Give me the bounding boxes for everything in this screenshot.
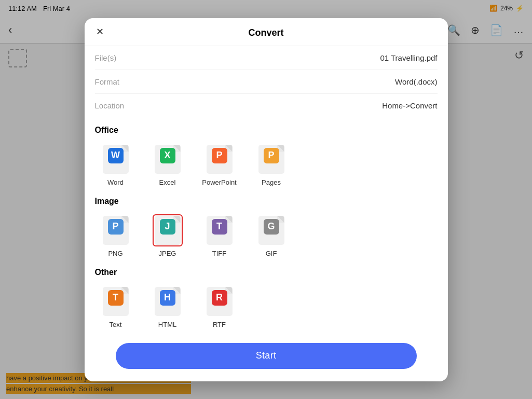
modal-overlay: ✕ Convert File(s) 01 Travelling.pdf Form… bbox=[0, 0, 532, 399]
pages-icon-wrapper: P bbox=[256, 143, 287, 175]
location-row: Location Home->Convert bbox=[95, 94, 438, 117]
info-section: File(s) 01 Travelling.pdf Format Word(.d… bbox=[85, 46, 448, 117]
png-file-icon: P bbox=[103, 216, 129, 245]
html-icon-wrapper: H bbox=[153, 285, 183, 318]
format-row: Format Word(.docx) bbox=[95, 70, 438, 94]
pages-label: Pages bbox=[262, 178, 281, 186]
text-file-icon: T bbox=[103, 287, 129, 316]
format-label: Format bbox=[95, 77, 120, 86]
format-item-tiff[interactable]: T TIFF bbox=[199, 214, 240, 257]
html-badge: H bbox=[160, 290, 175, 306]
format-item-png[interactable]: P PNG bbox=[95, 214, 137, 257]
png-badge: P bbox=[108, 219, 124, 235]
files-row: File(s) 01 Travelling.pdf bbox=[95, 46, 438, 70]
image-section-title: Image bbox=[95, 197, 438, 206]
format-item-powerpoint[interactable]: P PowerPoint bbox=[199, 143, 240, 186]
dialog-header: ✕ Convert bbox=[85, 18, 448, 46]
format-item-gif[interactable]: G GIF bbox=[251, 214, 292, 257]
files-label: File(s) bbox=[95, 53, 117, 62]
jpeg-badge: J bbox=[160, 219, 175, 235]
location-label: Location bbox=[95, 101, 125, 110]
html-file-icon: H bbox=[155, 287, 181, 316]
start-button[interactable]: Start bbox=[116, 343, 417, 369]
word-label: Word bbox=[107, 178, 124, 186]
rtf-file-icon: R bbox=[207, 287, 233, 316]
close-button[interactable]: ✕ bbox=[93, 24, 107, 39]
other-grid: T Text H HTML bbox=[95, 285, 438, 328]
gif-file-icon: G bbox=[258, 216, 284, 245]
format-item-text[interactable]: T Text bbox=[95, 285, 137, 328]
powerpoint-icon-wrapper: P bbox=[204, 143, 235, 175]
rtf-badge: R bbox=[212, 290, 227, 306]
format-item-excel[interactable]: X Excel bbox=[147, 143, 188, 186]
dialog-footer: Start bbox=[85, 335, 448, 381]
office-grid: W Word X Excel bbox=[95, 143, 438, 186]
excel-file-icon: X bbox=[155, 145, 181, 174]
rtf-label: RTF bbox=[213, 321, 226, 328]
text-badge: T bbox=[108, 290, 124, 306]
convert-dialog: ✕ Convert File(s) 01 Travelling.pdf Form… bbox=[85, 18, 448, 381]
image-section: Image P PNG J bbox=[95, 197, 438, 257]
tiff-icon-wrapper: T bbox=[204, 214, 235, 246]
html-label: HTML bbox=[158, 321, 176, 328]
gif-icon-wrapper: G bbox=[256, 214, 287, 246]
location-value: Home->Convert bbox=[382, 101, 437, 110]
format-value: Word(.docx) bbox=[395, 77, 437, 86]
format-item-pages[interactable]: P Pages bbox=[251, 143, 292, 186]
files-value: 01 Travelling.pdf bbox=[380, 53, 437, 62]
other-section: Other T Text H bbox=[95, 268, 438, 328]
excel-badge: X bbox=[160, 148, 175, 163]
powerpoint-file-icon: P bbox=[207, 145, 233, 174]
powerpoint-label: PowerPoint bbox=[202, 178, 236, 186]
word-badge: W bbox=[108, 148, 124, 163]
tiff-badge: T bbox=[212, 219, 227, 235]
pages-file-icon: P bbox=[258, 145, 284, 174]
jpeg-icon-wrapper: J bbox=[153, 214, 183, 246]
tiff-file-icon: T bbox=[207, 216, 233, 245]
office-section-title: Office bbox=[95, 126, 438, 135]
excel-label: Excel bbox=[159, 178, 176, 186]
png-label: PNG bbox=[108, 250, 122, 257]
office-section: Office W Word X bbox=[95, 126, 438, 186]
other-section-title: Other bbox=[95, 268, 438, 277]
pages-badge: P bbox=[264, 148, 279, 163]
excel-icon-wrapper: X bbox=[153, 143, 183, 175]
text-icon-wrapper: T bbox=[101, 285, 131, 318]
word-icon-wrapper: W bbox=[101, 143, 131, 175]
word-file-icon: W bbox=[103, 145, 129, 174]
jpeg-label: JPEG bbox=[159, 250, 176, 257]
rtf-icon-wrapper: R bbox=[204, 285, 235, 318]
powerpoint-badge: P bbox=[212, 148, 227, 163]
gif-badge: G bbox=[264, 219, 279, 235]
format-item-html[interactable]: H HTML bbox=[147, 285, 188, 328]
png-icon-wrapper: P bbox=[101, 214, 131, 246]
text-label: Text bbox=[110, 321, 122, 328]
jpeg-file-icon: J bbox=[155, 216, 181, 245]
format-sections: Office W Word X bbox=[85, 117, 448, 335]
dialog-title: Convert bbox=[248, 27, 283, 38]
format-item-jpeg[interactable]: J JPEG bbox=[147, 214, 188, 257]
format-item-word[interactable]: W Word bbox=[95, 143, 137, 186]
image-grid: P PNG J JPEG bbox=[95, 214, 438, 257]
gif-label: GIF bbox=[266, 250, 277, 257]
tiff-label: TIFF bbox=[212, 250, 226, 257]
format-item-rtf[interactable]: R RTF bbox=[199, 285, 240, 328]
